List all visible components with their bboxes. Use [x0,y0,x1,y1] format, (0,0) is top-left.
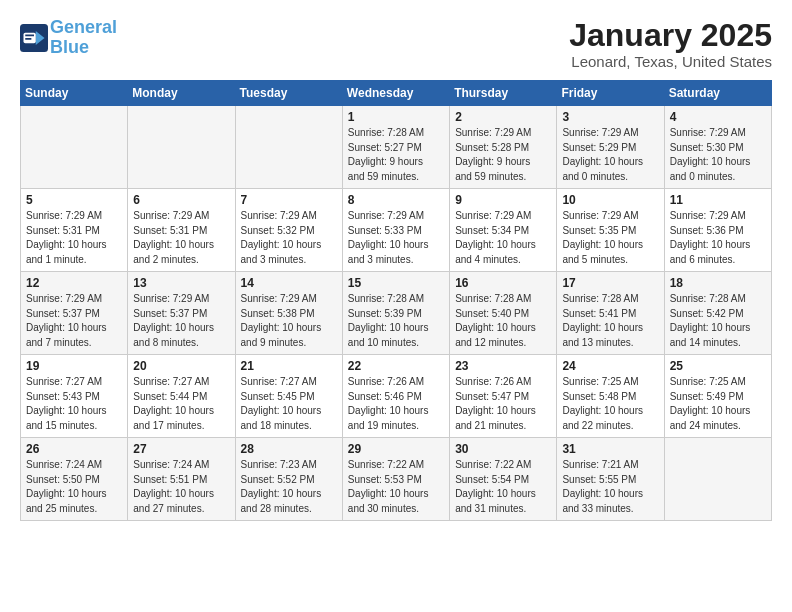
day-number: 18 [670,276,766,290]
calendar-cell [235,106,342,189]
calendar-cell: 9Sunrise: 7:29 AM Sunset: 5:34 PM Daylig… [450,189,557,272]
day-info: Sunrise: 7:29 AM Sunset: 5:36 PM Dayligh… [670,209,766,267]
calendar-cell: 17Sunrise: 7:28 AM Sunset: 5:41 PM Dayli… [557,272,664,355]
calendar-cell: 21Sunrise: 7:27 AM Sunset: 5:45 PM Dayli… [235,355,342,438]
calendar-cell: 22Sunrise: 7:26 AM Sunset: 5:46 PM Dayli… [342,355,449,438]
calendar-cell [664,438,771,521]
calendar-cell: 2Sunrise: 7:29 AM Sunset: 5:28 PM Daylig… [450,106,557,189]
day-info: Sunrise: 7:21 AM Sunset: 5:55 PM Dayligh… [562,458,658,516]
day-info: Sunrise: 7:25 AM Sunset: 5:48 PM Dayligh… [562,375,658,433]
day-number: 16 [455,276,551,290]
day-number: 9 [455,193,551,207]
day-number: 21 [241,359,337,373]
title-block: January 2025 Leonard, Texas, United Stat… [569,18,772,70]
weekday-header-monday: Monday [128,81,235,106]
day-number: 30 [455,442,551,456]
day-number: 6 [133,193,229,207]
calendar-cell: 7Sunrise: 7:29 AM Sunset: 5:32 PM Daylig… [235,189,342,272]
calendar-cell: 12Sunrise: 7:29 AM Sunset: 5:37 PM Dayli… [21,272,128,355]
day-number: 12 [26,276,122,290]
weekday-header-saturday: Saturday [664,81,771,106]
day-info: Sunrise: 7:28 AM Sunset: 5:27 PM Dayligh… [348,126,444,184]
calendar-cell: 15Sunrise: 7:28 AM Sunset: 5:39 PM Dayli… [342,272,449,355]
day-number: 19 [26,359,122,373]
day-info: Sunrise: 7:29 AM Sunset: 5:34 PM Dayligh… [455,209,551,267]
day-info: Sunrise: 7:29 AM Sunset: 5:33 PM Dayligh… [348,209,444,267]
day-info: Sunrise: 7:29 AM Sunset: 5:29 PM Dayligh… [562,126,658,184]
day-number: 28 [241,442,337,456]
calendar-cell: 11Sunrise: 7:29 AM Sunset: 5:36 PM Dayli… [664,189,771,272]
calendar-cell: 4Sunrise: 7:29 AM Sunset: 5:30 PM Daylig… [664,106,771,189]
day-info: Sunrise: 7:27 AM Sunset: 5:45 PM Dayligh… [241,375,337,433]
weekday-header-thursday: Thursday [450,81,557,106]
day-number: 24 [562,359,658,373]
day-number: 2 [455,110,551,124]
day-info: Sunrise: 7:24 AM Sunset: 5:50 PM Dayligh… [26,458,122,516]
calendar-cell: 3Sunrise: 7:29 AM Sunset: 5:29 PM Daylig… [557,106,664,189]
day-info: Sunrise: 7:28 AM Sunset: 5:40 PM Dayligh… [455,292,551,350]
day-info: Sunrise: 7:28 AM Sunset: 5:42 PM Dayligh… [670,292,766,350]
day-number: 22 [348,359,444,373]
day-number: 10 [562,193,658,207]
day-number: 8 [348,193,444,207]
day-info: Sunrise: 7:29 AM Sunset: 5:38 PM Dayligh… [241,292,337,350]
day-info: Sunrise: 7:22 AM Sunset: 5:54 PM Dayligh… [455,458,551,516]
weekday-header-friday: Friday [557,81,664,106]
day-info: Sunrise: 7:25 AM Sunset: 5:49 PM Dayligh… [670,375,766,433]
day-info: Sunrise: 7:29 AM Sunset: 5:31 PM Dayligh… [133,209,229,267]
day-number: 23 [455,359,551,373]
logo: General Blue [20,18,117,58]
calendar-cell: 13Sunrise: 7:29 AM Sunset: 5:37 PM Dayli… [128,272,235,355]
day-number: 13 [133,276,229,290]
calendar-cell: 25Sunrise: 7:25 AM Sunset: 5:49 PM Dayli… [664,355,771,438]
day-number: 3 [562,110,658,124]
calendar-cell: 23Sunrise: 7:26 AM Sunset: 5:47 PM Dayli… [450,355,557,438]
day-info: Sunrise: 7:28 AM Sunset: 5:41 PM Dayligh… [562,292,658,350]
svg-rect-3 [25,34,34,36]
location: Leonard, Texas, United States [569,53,772,70]
day-info: Sunrise: 7:26 AM Sunset: 5:47 PM Dayligh… [455,375,551,433]
day-info: Sunrise: 7:29 AM Sunset: 5:28 PM Dayligh… [455,126,551,184]
day-info: Sunrise: 7:29 AM Sunset: 5:37 PM Dayligh… [26,292,122,350]
calendar-cell: 19Sunrise: 7:27 AM Sunset: 5:43 PM Dayli… [21,355,128,438]
day-number: 17 [562,276,658,290]
day-info: Sunrise: 7:29 AM Sunset: 5:37 PM Dayligh… [133,292,229,350]
day-info: Sunrise: 7:29 AM Sunset: 5:35 PM Dayligh… [562,209,658,267]
day-number: 11 [670,193,766,207]
logo-text: General Blue [50,18,117,58]
day-info: Sunrise: 7:27 AM Sunset: 5:44 PM Dayligh… [133,375,229,433]
calendar-cell: 27Sunrise: 7:24 AM Sunset: 5:51 PM Dayli… [128,438,235,521]
calendar-cell: 16Sunrise: 7:28 AM Sunset: 5:40 PM Dayli… [450,272,557,355]
day-info: Sunrise: 7:22 AM Sunset: 5:53 PM Dayligh… [348,458,444,516]
calendar-cell: 5Sunrise: 7:29 AM Sunset: 5:31 PM Daylig… [21,189,128,272]
day-info: Sunrise: 7:29 AM Sunset: 5:32 PM Dayligh… [241,209,337,267]
day-number: 14 [241,276,337,290]
calendar-cell: 28Sunrise: 7:23 AM Sunset: 5:52 PM Dayli… [235,438,342,521]
day-number: 20 [133,359,229,373]
svg-rect-4 [25,38,31,40]
day-info: Sunrise: 7:29 AM Sunset: 5:30 PM Dayligh… [670,126,766,184]
page: General Blue January 2025 Leonard, Texas… [0,0,792,612]
header: General Blue January 2025 Leonard, Texas… [20,18,772,70]
weekday-header-tuesday: Tuesday [235,81,342,106]
calendar-cell: 10Sunrise: 7:29 AM Sunset: 5:35 PM Dayli… [557,189,664,272]
calendar-cell: 8Sunrise: 7:29 AM Sunset: 5:33 PM Daylig… [342,189,449,272]
day-number: 26 [26,442,122,456]
calendar-cell: 18Sunrise: 7:28 AM Sunset: 5:42 PM Dayli… [664,272,771,355]
day-number: 5 [26,193,122,207]
day-number: 27 [133,442,229,456]
day-number: 1 [348,110,444,124]
day-info: Sunrise: 7:24 AM Sunset: 5:51 PM Dayligh… [133,458,229,516]
weekday-header-sunday: Sunday [21,81,128,106]
day-number: 29 [348,442,444,456]
calendar-cell [128,106,235,189]
calendar-cell: 24Sunrise: 7:25 AM Sunset: 5:48 PM Dayli… [557,355,664,438]
day-number: 15 [348,276,444,290]
calendar-cell: 29Sunrise: 7:22 AM Sunset: 5:53 PM Dayli… [342,438,449,521]
calendar-cell: 26Sunrise: 7:24 AM Sunset: 5:50 PM Dayli… [21,438,128,521]
day-info: Sunrise: 7:23 AM Sunset: 5:52 PM Dayligh… [241,458,337,516]
day-info: Sunrise: 7:27 AM Sunset: 5:43 PM Dayligh… [26,375,122,433]
calendar-cell: 31Sunrise: 7:21 AM Sunset: 5:55 PM Dayli… [557,438,664,521]
logo-icon [20,24,48,52]
day-number: 31 [562,442,658,456]
